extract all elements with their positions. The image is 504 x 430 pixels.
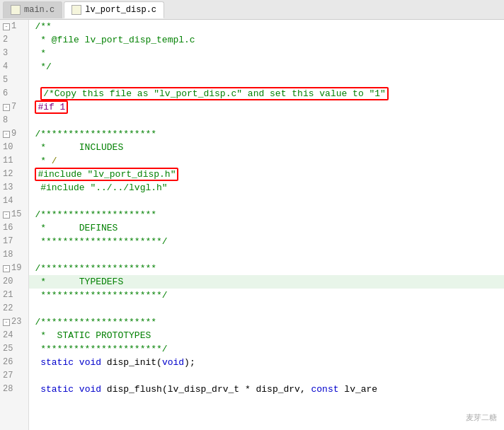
ln-4: 4 bbox=[0, 60, 24, 74]
code-text-15: /********************* bbox=[35, 208, 156, 221]
code-text-3: * bbox=[35, 47, 46, 60]
code-line-4: */ bbox=[29, 60, 504, 74]
code-line-5 bbox=[29, 74, 504, 87]
ln-24: 24 bbox=[0, 329, 24, 342]
ln-23: -23 bbox=[0, 315, 24, 329]
code-line-15: /********************* bbox=[29, 208, 504, 221]
ln-25: 25 bbox=[0, 342, 24, 356]
ln-5: 5 bbox=[0, 74, 24, 87]
file-icon-main bbox=[11, 5, 21, 15]
code-line-11: * / bbox=[29, 154, 504, 168]
tab-bar: main.c lv_port_disp.c bbox=[0, 0, 504, 20]
code-text-28: static void disp_flush(lv_disp_drv_t * d… bbox=[35, 383, 377, 396]
code-text-17: **********************/ bbox=[35, 235, 167, 248]
fold-1[interactable]: - bbox=[3, 23, 10, 30]
code-line-20: * TYPEDEFS bbox=[29, 275, 504, 289]
tab-lv-port-disp-c[interactable]: lv_port_disp.c bbox=[64, 1, 164, 18]
ln-19: -19 bbox=[0, 262, 24, 275]
code-text-19: /********************* bbox=[35, 262, 156, 275]
ln-18: 18 bbox=[0, 248, 24, 262]
code-line-23: /********************* bbox=[29, 315, 504, 329]
code-text-2: * @file lv_port_disp_templ.c bbox=[35, 33, 195, 47]
code-line-19: /********************* bbox=[29, 262, 504, 275]
ln-28: 28 bbox=[0, 383, 24, 396]
code-line-22 bbox=[29, 302, 504, 315]
code-text-26: static void disp_init(void); bbox=[35, 356, 195, 369]
code-text-20: * TYPEDEFS bbox=[35, 275, 123, 289]
ln-21: 21 bbox=[0, 289, 24, 302]
tab-label-lv: lv_port_disp.c bbox=[85, 5, 156, 15]
fold-15[interactable]: - bbox=[3, 211, 10, 219]
code-line-17: **********************/ bbox=[29, 235, 504, 248]
fold-23[interactable]: - bbox=[3, 319, 10, 326]
ln-12: 12 bbox=[0, 168, 24, 181]
ln-13: 13 bbox=[0, 181, 24, 194]
ln-7: -7 bbox=[0, 100, 24, 114]
code-line-27 bbox=[29, 369, 504, 383]
ln-6: 6 bbox=[0, 87, 24, 100]
code-text-12: #include "lv_port_disp.h" bbox=[38, 169, 176, 180]
ln-20: 20 bbox=[0, 275, 24, 289]
fold-9[interactable]: - bbox=[3, 131, 10, 138]
code-text-11: * bbox=[35, 154, 46, 168]
ln-14: 14 bbox=[0, 194, 24, 208]
code-line-28: static void disp_flush(lv_disp_drv_t * d… bbox=[29, 383, 504, 396]
ln-17: 17 bbox=[0, 235, 24, 248]
highlight-copy: /*Copy this file as "lv_port_disp.c" and… bbox=[40, 87, 389, 100]
code-divider-11: / bbox=[46, 154, 57, 168]
code-text-4: */ bbox=[35, 60, 51, 74]
code-text-13: #include "../../lvgl.h" bbox=[35, 181, 167, 194]
fold-7[interactable]: - bbox=[3, 104, 10, 111]
code-line-14 bbox=[29, 194, 504, 208]
code-line-7: #if 1 bbox=[29, 100, 504, 114]
code-text-21: **********************/ bbox=[35, 289, 167, 302]
editor-container: main.c lv_port_disp.c -1 2 3 4 5 6 -7 8 … bbox=[0, 0, 504, 430]
code-text-24: * STATIC PROTOTYPES bbox=[35, 329, 151, 342]
ln-15: -15 bbox=[0, 208, 24, 221]
code-text-16: * DEFINES bbox=[35, 221, 118, 235]
code-line-2: * @file lv_port_disp_templ.c bbox=[29, 33, 504, 47]
ln-11: 11 bbox=[0, 154, 24, 168]
ln-8: 8 bbox=[0, 114, 24, 127]
code-line-10: * INCLUDES bbox=[29, 141, 504, 154]
code-line-24: * STATIC PROTOTYPES bbox=[29, 329, 504, 342]
code-area: -1 2 3 4 5 6 -7 8 -9 10 11 12 13 14 -15 … bbox=[0, 20, 504, 430]
code-line-12: #include "lv_port_disp.h" bbox=[29, 168, 504, 181]
code-line-3: * bbox=[29, 47, 504, 60]
file-icon-lv bbox=[71, 5, 81, 15]
ln-27: 27 bbox=[0, 369, 24, 383]
tab-label-main: main.c bbox=[24, 5, 55, 15]
code-line-16: * DEFINES bbox=[29, 221, 504, 235]
fold-19[interactable]: - bbox=[3, 265, 10, 272]
code-line-26: static void disp_init(void); bbox=[29, 356, 504, 369]
code-text-23: /********************* bbox=[35, 315, 156, 329]
ln-10: 10 bbox=[0, 141, 24, 154]
code-line-9: /********************* bbox=[29, 127, 504, 141]
ln-2: 2 bbox=[0, 33, 24, 47]
code-text-25: **********************/ bbox=[35, 342, 167, 356]
code-line-13: #include "../../lvgl.h" bbox=[29, 181, 504, 194]
watermark: 麦芽二糖 bbox=[466, 412, 497, 423]
code-text-6: /*Copy this file as "lv_port_disp.c" and… bbox=[35, 87, 389, 100]
code-line-1: /** bbox=[29, 20, 504, 33]
ln-16: 16 bbox=[0, 221, 24, 235]
code-line-21: **********************/ bbox=[29, 289, 504, 302]
code-text-10: * INCLUDES bbox=[35, 141, 123, 154]
code-text-9: /********************* bbox=[35, 127, 156, 141]
code-lines[interactable]: /** * @file lv_port_disp_templ.c * */ bbox=[29, 20, 504, 430]
tab-main-c[interactable]: main.c bbox=[3, 1, 62, 18]
highlight-if: #if 1 bbox=[35, 100, 68, 114]
code-line-8 bbox=[29, 114, 504, 127]
ln-26: 26 bbox=[0, 356, 24, 369]
code-line-18 bbox=[29, 248, 504, 262]
code-text-1: /** bbox=[35, 20, 51, 33]
ln-22: 22 bbox=[0, 302, 24, 315]
ln-1: -1 bbox=[0, 20, 24, 33]
editor-wrapper: -1 2 3 4 5 6 -7 8 -9 10 11 12 13 14 -15 … bbox=[0, 20, 504, 430]
ln-3: 3 bbox=[0, 47, 24, 60]
line-numbers: -1 2 3 4 5 6 -7 8 -9 10 11 12 13 14 -15 … bbox=[0, 20, 29, 430]
code-line-6: /*Copy this file as "lv_port_disp.c" and… bbox=[29, 87, 504, 100]
code-line-25: **********************/ bbox=[29, 342, 504, 356]
ln-9: -9 bbox=[0, 127, 24, 141]
code-text-7: #if 1 bbox=[38, 102, 65, 112]
